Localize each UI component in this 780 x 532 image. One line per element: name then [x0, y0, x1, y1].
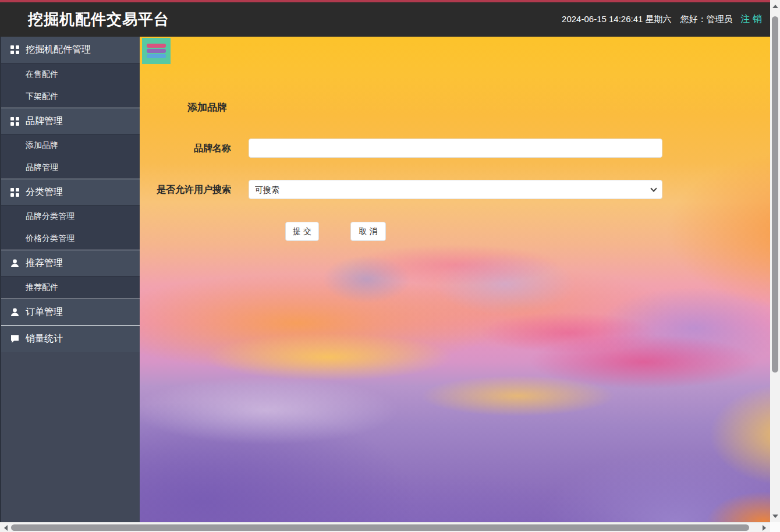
cancel-button[interactable]: 取 消 [350, 222, 386, 241]
menu-toggle-button[interactable] [142, 38, 171, 64]
sidebar: 挖掘机配件管理 在售配件 下架配件 品牌管理 添加品牌 品牌管理 分类管理 品牌 [0, 37, 140, 522]
sidebar-item-label: 推荐配件 [26, 282, 58, 293]
grid-icon [10, 188, 19, 197]
page: 挖掘机配件交易平台 2024-06-15 14:26:41 星期六 您好：管理员… [0, 0, 780, 532]
form-title: 添加品牌 [187, 101, 227, 114]
sidebar-item-brand-category-management[interactable]: 品牌分类管理 [1, 205, 140, 228]
brand-name-input[interactable] [249, 139, 662, 158]
left-arrow-icon [4, 525, 8, 531]
searchable-label: 是否允许用户搜索 [140, 180, 231, 199]
main-content: 添加品牌 品牌名称 是否允许用户搜索 可搜索 提 交 取 消 [140, 37, 770, 522]
sidebar-item-label: 下架配件 [26, 91, 58, 102]
sidebar-item-label: 销量统计 [26, 333, 63, 345]
sidebar-item-label: 添加品牌 [26, 140, 58, 151]
sidebar-item-label: 品牌管理 [26, 162, 58, 173]
sidebar-item-recommend-management[interactable]: 推荐管理 [1, 250, 140, 276]
sidebar-item-add-brand[interactable]: 添加品牌 [1, 134, 140, 157]
page-title: 挖掘机配件交易平台 [28, 9, 169, 30]
up-arrow-icon [772, 5, 778, 8]
sidebar-item-label: 品牌管理 [26, 115, 63, 127]
vertical-scrollbar[interactable] [770, 0, 780, 522]
scroll-left-button[interactable] [1, 523, 11, 532]
right-arrow-icon [763, 525, 766, 531]
sidebar-item-on-sale-parts[interactable]: 在售配件 [1, 63, 140, 86]
grid-icon [10, 117, 19, 126]
scroll-down-button[interactable] [770, 511, 780, 521]
sidebar-item-recommend-parts[interactable]: 推荐配件 [1, 276, 140, 299]
scroll-up-button[interactable] [770, 1, 780, 11]
sidebar-item-brand-management[interactable]: 品牌管理 [1, 108, 140, 134]
scrollbar-corner [770, 522, 780, 532]
sidebar-item-parts-management[interactable]: 挖掘机配件管理 [1, 37, 140, 63]
user-icon [10, 259, 19, 268]
vertical-scrollbar-thumb[interactable] [772, 16, 778, 373]
app-header: 挖掘机配件交易平台 2024-06-15 14:26:41 星期六 您好：管理员… [0, 2, 770, 37]
sidebar-item-category-management[interactable]: 分类管理 [1, 179, 140, 205]
searchable-select-wrap: 可搜索 [249, 180, 662, 199]
hamburger-icon [142, 44, 171, 58]
horizontal-scrollbar[interactable] [0, 522, 770, 532]
sidebar-item-price-category-management[interactable]: 价格分类管理 [1, 228, 140, 250]
searchable-select[interactable]: 可搜索 [249, 180, 662, 199]
sidebar-item-off-shelf-parts[interactable]: 下架配件 [1, 86, 140, 108]
sidebar-item-label: 挖掘机配件管理 [26, 44, 91, 56]
scroll-right-button[interactable] [759, 523, 769, 532]
horizontal-scrollbar-thumb[interactable] [11, 524, 749, 531]
down-arrow-icon [772, 515, 778, 518]
grid-icon [10, 45, 19, 54]
sidebar-item-label: 订单管理 [26, 306, 63, 318]
submit-button[interactable]: 提 交 [285, 222, 319, 241]
user-icon [10, 308, 19, 317]
logout-link[interactable]: 注 销 [741, 13, 762, 26]
brand-name-label: 品牌名称 [140, 139, 231, 158]
sidebar-item-brand-management-sub[interactable]: 品牌管理 [1, 157, 140, 179]
sidebar-item-label: 在售配件 [26, 69, 58, 80]
header-datetime: 2024-06-15 14:26:41 星期六 [562, 14, 671, 25]
header-greeting: 您好：管理员 [680, 14, 733, 25]
comment-icon [10, 335, 19, 343]
sidebar-item-label: 推荐管理 [26, 257, 63, 269]
sidebar-item-label: 分类管理 [26, 186, 63, 198]
sidebar-item-label: 品牌分类管理 [26, 211, 75, 222]
sidebar-item-order-management[interactable]: 订单管理 [1, 299, 140, 325]
sidebar-item-label: 价格分类管理 [26, 233, 75, 244]
header-right: 2024-06-15 14:26:41 星期六 您好：管理员 注 销 [562, 13, 762, 26]
sidebar-item-sales-statistics[interactable]: 销量统计 [1, 325, 140, 352]
